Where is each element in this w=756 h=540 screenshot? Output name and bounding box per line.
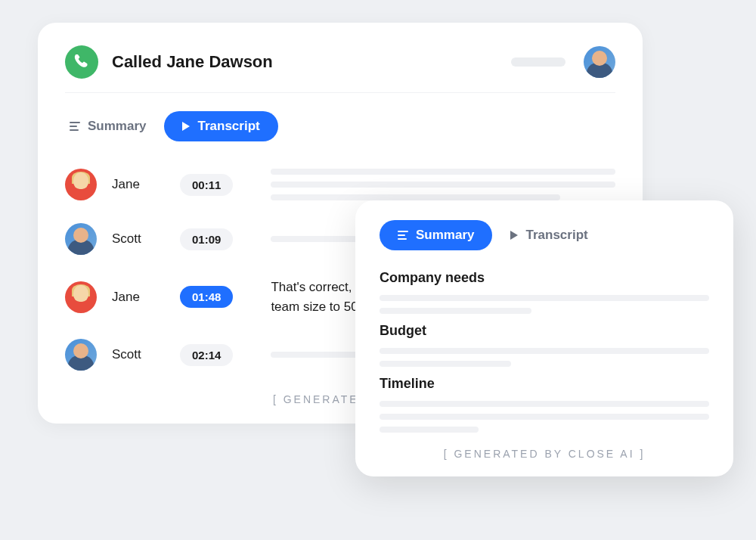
header-right [511,46,615,78]
section-title-budget: Budget [380,323,709,339]
header-placeholder [511,57,565,67]
call-title: Called Jane Dawson [112,52,273,72]
speaker-name: Scott [112,231,165,247]
tab-transcript[interactable]: Transcript [506,220,592,250]
summary-card: Summary Transcript Company needs Budget … [355,200,733,476]
speaker-name: Jane [112,290,165,305]
timestamp-active[interactable]: 01:48 [180,286,233,308]
phone-icon [65,45,98,79]
section-title-company-needs: Company needs [380,270,709,286]
speaker-name: Jane [112,177,165,192]
tab-transcript-label: Transcript [525,228,587,243]
tab-summary-label: Summary [416,228,474,243]
generated-by-footer: [ GENERATED BY CLOSE AI ] [380,448,709,460]
section-title-timeline: Timeline [380,376,709,392]
section-lines [380,348,709,367]
card-header: Called Jane Dawson [65,45,615,79]
play-icon [182,122,190,131]
section-lines [380,401,709,433]
avatar[interactable] [584,46,615,78]
timestamp[interactable]: 01:09 [180,228,233,250]
divider [65,92,615,93]
avatar-jane [65,169,97,200]
tab-summary[interactable]: Summary [380,220,492,250]
tabs: Summary Transcript [65,111,615,141]
transcript-row[interactable]: Jane 00:11 [65,169,615,200]
avatar-scott [65,223,97,255]
summary-icon [398,231,408,240]
transcript-placeholder [248,169,615,200]
tab-summary-label: Summary [88,119,146,134]
section-lines [380,295,709,314]
avatar-scott [65,339,97,371]
header-left: Called Jane Dawson [65,45,273,79]
tab-transcript-label: Transcript [197,119,259,134]
avatar-jane [65,281,97,313]
tab-summary[interactable]: Summary [65,111,150,141]
summary-icon [70,122,80,131]
speaker-name: Scott [112,347,165,362]
play-icon [510,231,518,240]
summary-tabs: Summary Transcript [380,220,709,250]
timestamp[interactable]: 02:14 [180,344,233,366]
timestamp[interactable]: 00:11 [180,174,233,196]
tab-transcript[interactable]: Transcript [164,111,277,141]
